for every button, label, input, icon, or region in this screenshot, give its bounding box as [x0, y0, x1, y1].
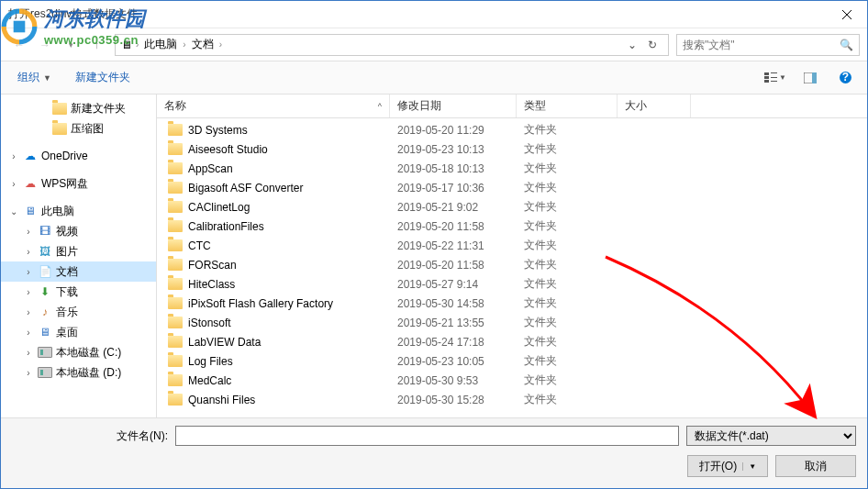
tree-label: WPS网盘	[41, 176, 88, 192]
chevron-icon: ›	[8, 151, 19, 161]
breadcrumb-item-pc[interactable]: 此电脑	[142, 37, 179, 52]
tree-item[interactable]: ›♪音乐	[1, 302, 156, 322]
tree-label: 本地磁盘 (D:)	[56, 365, 121, 381]
close-button[interactable]	[827, 1, 867, 28]
column-header-type[interactable]: 类型	[517, 94, 618, 117]
folder-icon	[52, 121, 67, 136]
help-button[interactable]: ?	[832, 67, 858, 89]
search-box[interactable]: 🔍	[676, 34, 860, 56]
up-button[interactable]: ↑	[85, 34, 107, 56]
doc-icon: 📄	[38, 264, 52, 279]
file-row[interactable]: iPixSoft Flash Gallery Factory2019-05-30…	[157, 294, 867, 313]
file-name: Bigasoft ASF Converter	[188, 182, 303, 194]
tree-item[interactable]: ›⬇下载	[1, 282, 156, 302]
file-list[interactable]: 3D Systems2019-05-20 11:29文件夹Aiseesoft S…	[157, 118, 867, 417]
tree-item[interactable]: ›☁OneDrive	[1, 146, 156, 166]
tree-item[interactable]: ⌄🖥此电脑	[1, 201, 156, 221]
column-header-size[interactable]: 大小	[618, 94, 691, 117]
tree-item[interactable]: ›🎞视频	[1, 221, 156, 241]
chevron-icon: ›	[23, 267, 34, 277]
file-row[interactable]: iStonsoft2019-05-21 13:55文件夹	[157, 313, 867, 332]
preview-pane-button[interactable]	[797, 67, 823, 89]
file-row[interactable]: CalibrationFiles2019-05-20 11:58文件夹	[157, 217, 867, 236]
file-row[interactable]: Quanshi Files2019-05-30 15:28文件夹	[157, 390, 867, 409]
file-row[interactable]: 3D Systems2019-05-20 11:29文件夹	[157, 120, 867, 139]
tree-item[interactable]: ›📄文档	[1, 261, 156, 282]
chevron-down-icon: ▼	[43, 73, 51, 83]
file-row[interactable]: MedCalc2019-05-30 9:53文件夹	[157, 371, 867, 390]
open-button[interactable]: 打开(O) ▼	[687, 455, 768, 477]
titlebar: 打开res2dinv格式数据文件	[1, 1, 867, 28]
history-dropdown[interactable]: ▾	[60, 34, 82, 56]
pc-icon: 🖥	[23, 204, 38, 218]
tree-label: 新建文件夹	[71, 101, 126, 117]
file-name: Log Files	[188, 355, 233, 368]
file-date: 2019-05-30 15:28	[390, 394, 517, 406]
file-type-filter[interactable]: 数据文件(*.dat)	[686, 426, 856, 446]
file-type: 文件夹	[517, 141, 618, 157]
file-row[interactable]: LabVIEW Data2019-05-24 17:18文件夹	[157, 332, 867, 351]
help-icon: ?	[839, 71, 852, 84]
toolbar: 组织 ▼ 新建文件夹 ▼ ?	[1, 61, 867, 94]
file-row[interactable]: FORScan2019-05-20 11:58文件夹	[157, 255, 867, 274]
tree-item[interactable]: 压缩图	[1, 118, 156, 139]
svg-rect-3	[764, 76, 769, 79]
new-folder-label: 新建文件夹	[75, 70, 130, 85]
file-type: 文件夹	[517, 257, 618, 272]
tree-item[interactable]: ›本地磁盘 (C:)	[1, 342, 156, 362]
file-type: 文件夹	[517, 372, 618, 388]
file-row[interactable]: CTC2019-05-22 11:31文件夹	[157, 236, 867, 255]
breadcrumb-item-docs[interactable]: 文档	[190, 37, 216, 52]
back-button[interactable]: ←	[8, 34, 30, 56]
folder-icon	[168, 220, 183, 232]
file-row[interactable]: HiteClass2019-05-27 9:14文件夹	[157, 274, 867, 294]
folder-icon	[168, 336, 183, 348]
file-row[interactable]: AppScan2019-05-18 10:13文件夹	[157, 159, 867, 178]
file-date: 2019-05-24 17:18	[390, 336, 517, 349]
tree-item[interactable]: ›☁WPS网盘	[1, 173, 156, 194]
folder-icon	[168, 162, 183, 174]
svg-rect-2	[771, 72, 777, 73]
breadcrumb-dropdown[interactable]: ⌄	[622, 39, 642, 51]
preview-icon	[804, 72, 817, 83]
tree-label: OneDrive	[41, 150, 88, 162]
folder-icon	[168, 278, 183, 290]
file-row[interactable]: Log Files2019-05-23 10:05文件夹	[157, 351, 867, 371]
forward-button[interactable]: →	[34, 34, 56, 56]
video-icon: 🎞	[38, 224, 52, 239]
filename-input[interactable]	[175, 426, 679, 446]
tree-label: 本地磁盘 (C:)	[56, 345, 121, 361]
file-type: 文件夹	[517, 392, 618, 407]
search-icon[interactable]: 🔍	[840, 39, 853, 51]
sidebar-tree[interactable]: 新建文件夹压缩图›☁OneDrive›☁WPS网盘⌄🖥此电脑›🎞视频›🖼图片›📄…	[1, 94, 157, 417]
search-input[interactable]	[683, 39, 840, 51]
cancel-button[interactable]: 取消	[775, 455, 856, 477]
file-row[interactable]: Aiseesoft Studio2019-05-23 10:13文件夹	[157, 139, 867, 159]
file-row[interactable]: Bigasoft ASF Converter2019-05-17 10:36文件…	[157, 178, 867, 197]
chevron-down-icon: ▼	[742, 462, 756, 471]
new-folder-button[interactable]: 新建文件夹	[68, 66, 138, 89]
file-date: 2019-05-27 9:14	[390, 278, 517, 291]
column-header-date[interactable]: 修改日期	[390, 94, 517, 117]
svg-text:?: ?	[841, 71, 848, 83]
organize-label: 组织	[17, 70, 39, 85]
tree-item[interactable]: ›🖥桌面	[1, 322, 156, 342]
file-date: 2019-05-20 11:58	[390, 220, 517, 233]
view-options-button[interactable]: ▼	[762, 67, 788, 89]
organize-button[interactable]: 组织 ▼	[10, 66, 59, 89]
tree-item[interactable]: ›本地磁盘 (D:)	[1, 362, 156, 383]
tree-item[interactable]: 新建文件夹	[1, 98, 156, 118]
file-row[interactable]: CAClinetLog2019-05-21 9:02文件夹	[157, 197, 867, 217]
chevron-icon: ›	[23, 348, 34, 358]
tree-item[interactable]: ›🖼图片	[1, 241, 156, 261]
breadcrumb-sep: ›	[216, 39, 226, 50]
breadcrumb-bar[interactable]: 🖥 › 此电脑 › 文档 › ⌄ ↻	[115, 34, 669, 56]
folder-icon	[168, 201, 183, 213]
file-date: 2019-05-20 11:58	[390, 259, 517, 272]
column-header-name[interactable]: 名称 ^	[157, 94, 390, 117]
file-date: 2019-05-20 11:29	[390, 124, 517, 137]
refresh-button[interactable]: ↻	[642, 39, 662, 51]
svg-rect-8	[812, 72, 817, 83]
tree-label: 图片	[56, 244, 78, 260]
file-type: 文件夹	[517, 161, 618, 176]
